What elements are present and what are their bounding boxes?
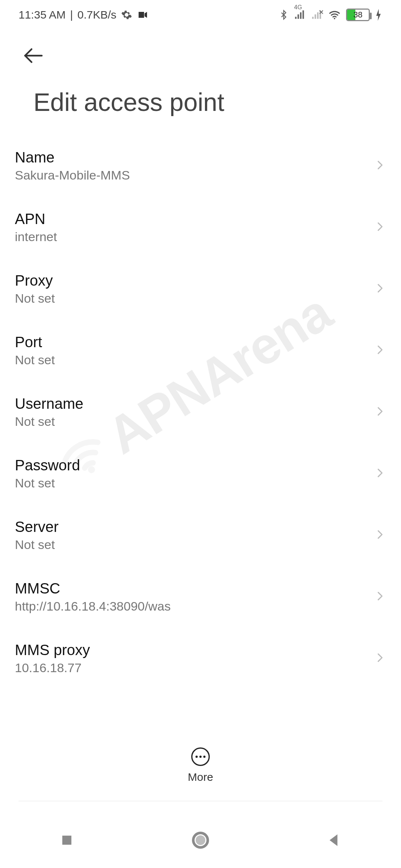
nav-recent-button[interactable] <box>30 812 104 868</box>
row-value: Not set <box>15 476 366 490</box>
chevron-right-icon <box>374 590 386 604</box>
row-label: Proxy <box>15 272 366 289</box>
bottom-divider <box>19 801 382 801</box>
bluetooth-icon <box>278 10 289 20</box>
row-label: Server <box>15 519 366 535</box>
row-value: http://10.16.18.4:38090/was <box>15 599 366 614</box>
settings-icon <box>121 9 132 20</box>
row-value: Not set <box>15 353 366 367</box>
status-time: 11:35 AM <box>19 9 66 21</box>
row-label: MMSC <box>15 580 366 597</box>
svg-point-5 <box>203 756 205 758</box>
apn-row-server[interactable]: ServerNot set <box>15 504 386 566</box>
chevron-right-icon <box>374 282 386 296</box>
row-label: APN <box>15 211 366 227</box>
nav-home-button[interactable] <box>163 812 238 868</box>
battery-icon: 38 <box>346 9 370 21</box>
status-netspeed: 0.7KB/s <box>78 9 117 21</box>
status-bar: 11:35 AM | 0.7KB/s 4G 38 <box>0 0 401 30</box>
apn-row-port[interactable]: PortNot set <box>15 320 386 381</box>
square-icon <box>59 832 75 848</box>
chevron-right-icon <box>374 528 386 542</box>
chevron-right-icon <box>374 159 386 173</box>
arrow-left-icon <box>22 45 45 67</box>
row-label: MMS proxy <box>15 642 366 658</box>
chevron-right-icon <box>374 343 386 358</box>
back-button[interactable] <box>19 41 48 70</box>
row-value: Not set <box>15 414 366 429</box>
signal-sim2-icon <box>311 9 323 20</box>
svg-point-3 <box>195 756 198 758</box>
signal-sim1-icon: 4G <box>294 9 306 20</box>
svg-point-1 <box>334 18 335 19</box>
row-value: 10.16.18.77 <box>15 661 366 675</box>
apn-settings-list: NameSakura-Mobile-MMSAPNinternetProxyNot… <box>0 135 401 689</box>
apn-row-apn[interactable]: APNinternet <box>15 197 386 258</box>
chevron-right-icon <box>374 405 386 419</box>
apn-row-mms-proxy[interactable]: MMS proxy10.16.18.77 <box>15 628 386 689</box>
chevron-right-icon <box>374 467 386 481</box>
row-label: Username <box>15 395 366 412</box>
circle-icon <box>191 831 210 850</box>
apn-row-proxy[interactable]: ProxyNot set <box>15 258 386 320</box>
camera-icon <box>137 9 149 21</box>
row-label: Name <box>15 149 366 166</box>
svg-point-4 <box>199 756 202 758</box>
row-value: Not set <box>15 291 366 306</box>
svg-rect-6 <box>62 836 72 845</box>
wifi-icon <box>328 9 341 21</box>
svg-point-8 <box>196 835 205 845</box>
more-label: More <box>188 771 213 783</box>
apn-row-username[interactable]: UsernameNot set <box>15 381 386 443</box>
system-nav-bar <box>0 812 401 868</box>
row-value: Sakura-Mobile-MMS <box>15 168 366 183</box>
row-label: Password <box>15 457 366 474</box>
status-divider: | <box>70 9 73 21</box>
chevron-right-icon <box>374 220 386 234</box>
charging-icon <box>375 9 382 21</box>
apn-row-password[interactable]: PasswordNot set <box>15 443 386 504</box>
row-value: internet <box>15 230 366 244</box>
row-label: Port <box>15 334 366 351</box>
row-value: Not set <box>15 537 366 552</box>
apn-row-name[interactable]: NameSakura-Mobile-MMS <box>15 135 386 197</box>
page-title: Edit access point <box>19 70 382 135</box>
chevron-right-icon <box>374 651 386 665</box>
more-icon <box>190 746 211 767</box>
apn-row-mmsc[interactable]: MMSChttp://10.16.18.4:38090/was <box>15 566 386 628</box>
triangle-left-icon <box>326 832 342 848</box>
nav-back-button[interactable] <box>297 812 371 868</box>
more-button[interactable]: More <box>188 746 213 783</box>
